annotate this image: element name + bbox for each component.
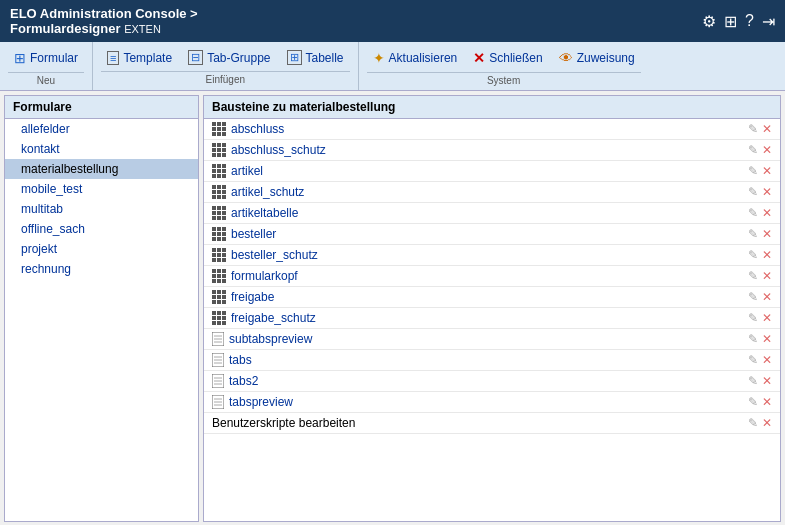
- item-actions: ✎ ✕: [748, 185, 772, 199]
- svg-rect-48: [212, 232, 216, 236]
- svg-rect-39: [212, 211, 216, 215]
- edit-icon[interactable]: ✎: [748, 185, 758, 199]
- schliessen-button[interactable]: ✕ Schließen: [467, 48, 548, 68]
- svg-rect-12: [212, 148, 216, 152]
- delete-icon[interactable]: ✕: [762, 353, 772, 367]
- edit-icon[interactable]: ✎: [748, 416, 758, 430]
- edit-icon[interactable]: ✎: [748, 290, 758, 304]
- main-content: Formulare allefelderkontaktmaterialbeste…: [0, 91, 785, 525]
- delete-icon[interactable]: ✕: [762, 248, 772, 262]
- svg-rect-71: [222, 279, 226, 283]
- svg-rect-55: [217, 248, 221, 252]
- edit-icon[interactable]: ✎: [748, 227, 758, 241]
- delete-icon[interactable]: ✕: [762, 122, 772, 136]
- svg-rect-21: [212, 169, 216, 173]
- svg-rect-24: [212, 174, 216, 178]
- edit-icon[interactable]: ✎: [748, 353, 758, 367]
- item-label: abschluss_schutz: [231, 143, 748, 157]
- svg-rect-61: [217, 258, 221, 262]
- edit-icon[interactable]: ✎: [748, 374, 758, 388]
- item-actions: ✎ ✕: [748, 290, 772, 304]
- svg-rect-5: [222, 127, 226, 131]
- toolbar-group-system: ✦ Aktualisieren ✕ Schließen 👁 Zuweisung …: [359, 42, 649, 90]
- svg-rect-51: [212, 237, 216, 241]
- list-item: formularkopf ✎ ✕: [204, 266, 780, 287]
- svg-rect-82: [217, 311, 221, 315]
- delete-icon[interactable]: ✕: [762, 416, 772, 430]
- template-button[interactable]: ≡ Template: [101, 48, 178, 67]
- delete-icon[interactable]: ✕: [762, 374, 772, 388]
- left-panel-header: Formulare: [5, 96, 198, 119]
- svg-rect-50: [222, 232, 226, 236]
- header-left: ELO Administration Console > Formulardes…: [10, 6, 198, 36]
- delete-icon[interactable]: ✕: [762, 395, 772, 409]
- svg-rect-88: [217, 321, 221, 325]
- edit-icon[interactable]: ✎: [748, 269, 758, 283]
- sidebar-item-kontakt[interactable]: kontakt: [5, 139, 198, 159]
- svg-rect-26: [222, 174, 226, 178]
- svg-rect-15: [212, 153, 216, 157]
- delete-icon[interactable]: ✕: [762, 269, 772, 283]
- tabgruppe-button[interactable]: ⊟ Tab-Gruppe: [182, 48, 276, 67]
- logout-icon[interactable]: ⇥: [762, 12, 775, 31]
- svg-rect-62: [222, 258, 226, 262]
- sidebar-item-projekt[interactable]: projekt: [5, 239, 198, 259]
- help-icon[interactable]: ?: [745, 12, 754, 30]
- delete-icon[interactable]: ✕: [762, 311, 772, 325]
- sidebar-item-offline_sach[interactable]: offline_sach: [5, 219, 198, 239]
- delete-icon[interactable]: ✕: [762, 206, 772, 220]
- tabelle-button[interactable]: ⊞ Tabelle: [281, 48, 350, 67]
- edit-icon[interactable]: ✎: [748, 164, 758, 178]
- edit-icon[interactable]: ✎: [748, 206, 758, 220]
- edit-icon[interactable]: ✎: [748, 248, 758, 262]
- svg-rect-59: [222, 253, 226, 257]
- aktualisieren-button[interactable]: ✦ Aktualisieren: [367, 48, 464, 68]
- svg-rect-1: [217, 122, 221, 126]
- delete-icon[interactable]: ✕: [762, 227, 772, 241]
- delete-icon[interactable]: ✕: [762, 290, 772, 304]
- item-actions: ✎ ✕: [748, 395, 772, 409]
- gear-icon[interactable]: ⚙: [702, 12, 716, 31]
- edit-icon[interactable]: ✎: [748, 311, 758, 325]
- item-actions: ✎ ✕: [748, 374, 772, 388]
- monitor-icon[interactable]: ⊞: [724, 12, 737, 31]
- svg-rect-40: [217, 211, 221, 215]
- sidebar-item-materialbestellung[interactable]: materialbestellung: [5, 159, 198, 179]
- list-item: artikel_schutz ✎ ✕: [204, 182, 780, 203]
- neu-label: Neu: [8, 72, 84, 86]
- svg-rect-43: [217, 216, 221, 220]
- zuweisung-button[interactable]: 👁 Zuweisung: [553, 48, 641, 68]
- svg-rect-49: [217, 232, 221, 236]
- sidebar-item-allefelder[interactable]: allefelder: [5, 119, 198, 139]
- edit-icon[interactable]: ✎: [748, 122, 758, 136]
- sidebar-item-rechnung[interactable]: rechnung: [5, 259, 198, 279]
- item-actions: ✎ ✕: [748, 269, 772, 283]
- svg-rect-45: [212, 227, 216, 231]
- svg-rect-77: [222, 295, 226, 299]
- formular-button[interactable]: ⊞ Formular: [8, 48, 84, 68]
- svg-rect-13: [217, 148, 221, 152]
- edit-icon[interactable]: ✎: [748, 332, 758, 346]
- item-label: artikel_schutz: [231, 185, 748, 199]
- list-item: besteller ✎ ✕: [204, 224, 780, 245]
- delete-icon[interactable]: ✕: [762, 164, 772, 178]
- svg-rect-66: [212, 274, 216, 278]
- header-icons: ⚙ ⊞ ? ⇥: [702, 12, 775, 31]
- delete-icon[interactable]: ✕: [762, 185, 772, 199]
- right-panel-items: abschluss ✎ ✕ abschluss_schutz ✎ ✕ a: [204, 119, 780, 434]
- sidebar-item-multitab[interactable]: multitab: [5, 199, 198, 219]
- delete-icon[interactable]: ✕: [762, 143, 772, 157]
- svg-rect-80: [222, 300, 226, 304]
- svg-rect-85: [217, 316, 221, 320]
- svg-rect-14: [222, 148, 226, 152]
- sidebar-item-mobile_test[interactable]: mobile_test: [5, 179, 198, 199]
- list-item: freigabe ✎ ✕: [204, 287, 780, 308]
- svg-rect-70: [217, 279, 221, 283]
- edit-icon[interactable]: ✎: [748, 395, 758, 409]
- svg-rect-41: [222, 211, 226, 215]
- item-label: freigabe: [231, 290, 748, 304]
- delete-icon[interactable]: ✕: [762, 332, 772, 346]
- edit-icon[interactable]: ✎: [748, 143, 758, 157]
- svg-rect-72: [212, 290, 216, 294]
- svg-rect-11: [222, 143, 226, 147]
